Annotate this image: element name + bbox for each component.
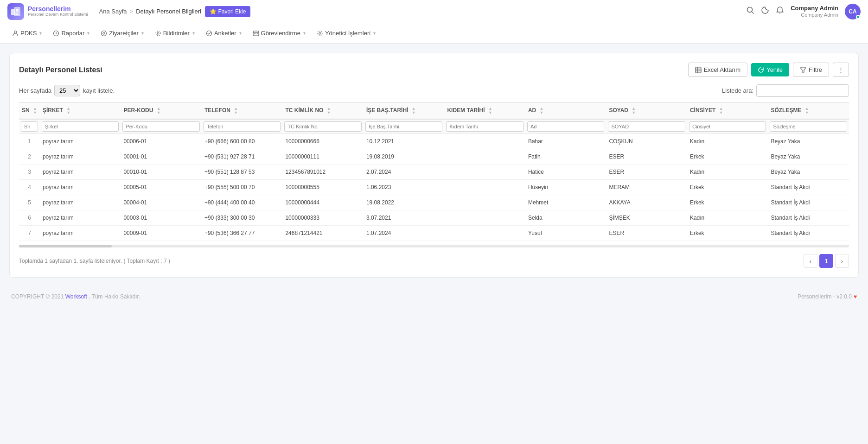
cell-kidem [444, 195, 525, 210]
cell-per_kodu: 00006-01 [121, 134, 202, 149]
svg-point-2 [16, 9, 19, 12]
filter-ise-bas[interactable] [365, 121, 443, 132]
cell-sn: 2 [19, 149, 40, 165]
nav-anketler[interactable]: Anketler ▾ [201, 27, 246, 39]
filter-sirket[interactable] [42, 121, 119, 132]
nav-yonetici[interactable]: Yönetici İşlemleri ▾ [312, 27, 380, 39]
filtre-button[interactable]: Filtre [793, 63, 829, 77]
cell-soyad: ESER [606, 165, 687, 180]
cell-ad: Fatih [525, 149, 606, 165]
search-icon[interactable] [746, 6, 754, 17]
brand-name: Personellerim [28, 6, 88, 13]
cell-sn: 7 [19, 226, 40, 241]
table-row[interactable]: 6poyraz tarım00003-01+90 (333) 300 00 30… [19, 210, 849, 226]
breadcrumb-home[interactable]: Ana Sayfa [99, 8, 127, 15]
col-sozlesme[interactable]: SÖZLEŞME ▲▼ [768, 103, 849, 120]
more-button[interactable]: ⋮ [833, 63, 849, 77]
cell-telefon: +90 (444) 400 00 40 [202, 195, 283, 210]
filter-cinsiyet[interactable] [689, 121, 766, 132]
nav-ziyaretciler[interactable]: Ziyaretçiler ▾ [96, 27, 148, 39]
filter-per-kodu[interactable] [122, 121, 200, 132]
cell-cinsiyet: Erkek [687, 226, 768, 241]
nav-raporlar[interactable]: Raporlar ▾ [48, 27, 94, 39]
breadcrumb-current: Detaylı Personel Bilgileri [136, 8, 201, 15]
col-telefon[interactable]: TELEFON ▲▼ [202, 103, 283, 120]
per-page-select[interactable]: 25 50 100 [54, 85, 80, 96]
cell-sozlesme: Beyaz Yaka [768, 165, 849, 180]
cell-kidem [444, 210, 525, 226]
cell-cinsiyet: Erkek [687, 180, 768, 195]
fav-button[interactable]: ⭐ Favori Ekle [205, 6, 250, 17]
table-wrapper: SN ▲▼ ŞİRKET ▲▼ PER-KODU ▲▼ TELEFON ▲▼ T… [19, 102, 849, 247]
filter-sn[interactable] [21, 121, 38, 132]
cell-kidem [444, 134, 525, 149]
cell-kidem [444, 165, 525, 180]
col-sirket[interactable]: ŞİRKET ▲▼ [40, 103, 121, 120]
cell-per_kodu: 00001-01 [121, 149, 202, 165]
user-role: Company Admin [801, 12, 838, 18]
cell-ad: Hüseyin [525, 180, 606, 195]
nav-bildirimler[interactable]: Bildirimler ▾ [150, 27, 199, 39]
col-ise-bas[interactable]: İŞE BAŞ.TARİHİ ▲▼ [364, 103, 445, 120]
table-controls: Her sayfada 25 50 100 kayıt listele. Lis… [19, 84, 849, 97]
col-sn[interactable]: SN ▲▼ [19, 103, 40, 120]
logo-text: Personellerim Personel Devam Kontrol Sis… [28, 6, 88, 17]
table-row[interactable]: 1poyraz tarım00006-01+90 (666) 600 00 80… [19, 134, 849, 149]
cell-ad: Hatice [525, 165, 606, 180]
nav-yonetici-label: Yönetici İşlemleri [325, 30, 370, 37]
table-row[interactable]: 2poyraz tarım00001-01+90 (531) 927 28 71… [19, 149, 849, 165]
nav-gorevlendirme-label: Görevlendirme [261, 30, 300, 37]
filter-tc-no[interactable] [284, 121, 362, 132]
nav-pdks[interactable]: PDKS ▾ [7, 27, 46, 39]
cell-per_kodu: 00005-01 [121, 180, 202, 195]
header-left: Personellerim Personel Devam Kontrol Sis… [7, 3, 250, 20]
cell-telefon: +90 (531) 927 28 71 [202, 149, 283, 165]
heart-icon: ♥ [854, 293, 857, 300]
cell-kidem [444, 149, 525, 165]
cell-telefon: +90 (666) 600 00 80 [202, 134, 283, 149]
theme-icon[interactable] [761, 6, 769, 17]
filter-telefon[interactable] [204, 121, 281, 132]
col-ad[interactable]: AD ▲▼ [525, 103, 606, 120]
bell-icon[interactable] [776, 6, 784, 17]
page-1-button[interactable]: 1 [819, 254, 833, 268]
table-row[interactable]: 3poyraz tarım00010-01+90 (551) 128 87 53… [19, 165, 849, 180]
svg-point-12 [157, 32, 159, 34]
cell-sn: 3 [19, 165, 40, 180]
col-tc-no[interactable]: TC KİMLİK NO ▲▼ [282, 103, 364, 120]
table-row[interactable]: 4poyraz tarım00005-01+90 (555) 500 00 70… [19, 180, 849, 195]
nav-bar: PDKS ▾ Raporlar ▾ Ziyaretçiler ▾ Bildiri… [0, 23, 868, 44]
cell-ise_bas: 10.12.2021 [364, 134, 445, 149]
footer-company-link[interactable]: Worksoft [65, 293, 87, 300]
prev-page-button[interactable]: ‹ [804, 254, 817, 268]
search-input[interactable] [756, 84, 849, 97]
col-cinsiyet[interactable]: CİNSİYET ▲▼ [687, 103, 768, 120]
logo-icon [7, 3, 24, 20]
filter-soyad[interactable] [608, 121, 685, 132]
cell-sn: 5 [19, 195, 40, 210]
table-row[interactable]: 5poyraz tarım00004-01+90 (444) 400 00 40… [19, 195, 849, 210]
scrollbar-track[interactable] [19, 245, 849, 247]
col-soyad[interactable]: SOYAD ▲▼ [606, 103, 687, 120]
nav-gorevlendirme[interactable]: Görevlendirme ▾ [248, 27, 310, 39]
filter-ad[interactable] [527, 121, 605, 132]
cell-ise_bas: 1.06.2023 [364, 180, 445, 195]
cell-sirket: poyraz tarım [40, 134, 121, 149]
cell-per_kodu: 00003-01 [121, 210, 202, 226]
filter-kidem[interactable] [446, 121, 523, 132]
avatar[interactable]: CA [845, 4, 861, 19]
svg-point-19 [257, 33, 258, 34]
col-per-kodu[interactable]: PER-KODU ▲▼ [121, 103, 202, 120]
cell-sozlesme: Beyaz Yaka [768, 149, 849, 165]
col-kidem[interactable]: KIDEM TARİHİ ▲▼ [444, 103, 525, 120]
nav-raporlar-label: Raporlar [61, 30, 84, 37]
excel-button[interactable]: Excel Aktarım [688, 63, 747, 77]
filter-sozlesme[interactable] [770, 121, 847, 132]
table-row[interactable]: 7poyraz tarım00009-01+90 (536) 366 27 77… [19, 226, 849, 241]
cell-tc_no: 10000000111 [282, 149, 364, 165]
cell-tc_no: 10000000666 [282, 134, 364, 149]
page-title: Detaylı Personel Listesi [19, 66, 102, 74]
cell-ad: Yusuf [525, 226, 606, 241]
next-page-button[interactable]: › [835, 254, 849, 268]
yenile-button[interactable]: Yenile [751, 63, 789, 76]
